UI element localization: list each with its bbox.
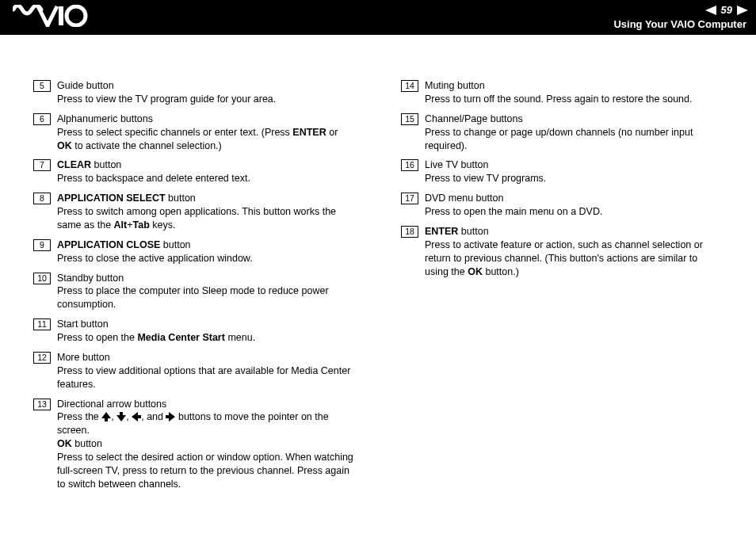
svg-marker-7 bbox=[166, 412, 175, 421]
item-title: Guide button bbox=[57, 79, 355, 93]
list-item: 18ENTER buttonPress to activate feature … bbox=[401, 225, 723, 279]
page-number: 59 bbox=[721, 3, 732, 17]
list-item: 15Channel/Page buttonsPress to change or… bbox=[401, 113, 723, 153]
arrow-down-icon bbox=[116, 411, 126, 422]
list-item: 6Alphanumeric buttonsPress to select spe… bbox=[33, 113, 355, 153]
item-description: Press to select specific channels or ent… bbox=[57, 126, 355, 153]
item-body: CLEAR buttonPress to backspace and delet… bbox=[57, 158, 355, 185]
svg-marker-4 bbox=[101, 412, 111, 421]
list-item: 12More buttonPress to view additional op… bbox=[33, 351, 355, 391]
list-item: 14Muting buttonPress to turn off the sou… bbox=[401, 79, 723, 106]
item-title: Muting button bbox=[425, 79, 723, 93]
list-item: 16Live TV buttonPress to view TV program… bbox=[401, 158, 723, 185]
item-body: Live TV buttonPress to view TV programs. bbox=[425, 158, 723, 185]
item-body: Muting buttonPress to turn off the sound… bbox=[425, 79, 723, 106]
item-number-box: 12 bbox=[33, 352, 51, 364]
item-description: Press to open the Media Center Start men… bbox=[57, 331, 355, 345]
left-column: 5Guide buttonPress to view the TV progra… bbox=[33, 79, 355, 498]
svg-marker-6 bbox=[132, 412, 141, 421]
item-number-box: 11 bbox=[33, 318, 51, 330]
svg-marker-5 bbox=[116, 412, 126, 421]
item-number-box: 10 bbox=[33, 273, 51, 284]
item-number-box: 17 bbox=[401, 193, 418, 204]
item-description: Press to switch among open applications.… bbox=[57, 205, 355, 232]
item-body: Start buttonPress to open the Media Cent… bbox=[57, 318, 355, 345]
item-description: Press to backspace and delete entered te… bbox=[57, 172, 355, 185]
item-body: Guide buttonPress to view the TV program… bbox=[57, 79, 355, 106]
item-description: Press to change or page up/down channels… bbox=[425, 126, 723, 153]
item-title: Alphanumeric buttons bbox=[57, 113, 355, 126]
list-item: 8APPLICATION SELECT buttonPress to switc… bbox=[33, 192, 355, 232]
list-item: 17DVD menu buttonPress to open the main … bbox=[401, 192, 723, 219]
svg-marker-3 bbox=[737, 6, 748, 15]
item-number-box: 7 bbox=[33, 159, 51, 171]
item-title: CLEAR button bbox=[57, 158, 355, 172]
arrow-up-icon bbox=[101, 411, 111, 422]
vaio-logo bbox=[13, 5, 89, 31]
list-item: 13Directional arrow buttonsPress the , ,… bbox=[33, 398, 355, 491]
item-title: DVD menu button bbox=[425, 192, 723, 205]
item-title: Start button bbox=[57, 318, 355, 331]
item-title: Channel/Page buttons bbox=[425, 113, 723, 126]
list-item: 11Start buttonPress to open the Media Ce… bbox=[33, 318, 355, 345]
next-page-icon[interactable] bbox=[737, 6, 748, 15]
item-title: More button bbox=[57, 351, 355, 364]
item-description: Press to view additional options that ar… bbox=[57, 364, 355, 391]
item-description: Press to activate feature or action, suc… bbox=[425, 238, 723, 279]
item-description: Press to view the TV program guide for y… bbox=[57, 93, 355, 106]
list-item: 7CLEAR buttonPress to backspace and dele… bbox=[33, 158, 355, 185]
item-body: Channel/Page buttonsPress to change or p… bbox=[425, 113, 723, 153]
item-number-box: 16 bbox=[401, 159, 418, 171]
item-body: Alphanumeric buttonsPress to select spec… bbox=[57, 113, 355, 153]
item-description: Press to close the active application wi… bbox=[57, 252, 355, 265]
item-number-box: 18 bbox=[401, 226, 418, 238]
item-title: ENTER button bbox=[425, 225, 723, 238]
item-title: Live TV button bbox=[425, 158, 723, 172]
item-number-box: 14 bbox=[401, 80, 418, 92]
item-subtitle: OK button bbox=[57, 437, 355, 451]
prev-page-icon[interactable] bbox=[705, 6, 716, 15]
item-number-box: 13 bbox=[33, 399, 51, 410]
item-description: Press to place the computer into Sleep m… bbox=[57, 284, 355, 311]
item-description: Press to turn off the sound. Press again… bbox=[425, 93, 723, 106]
item-description: Press the , , , and buttons to move the … bbox=[57, 410, 355, 437]
item-body: ENTER buttonPress to activate feature or… bbox=[425, 225, 723, 279]
item-body: Directional arrow buttonsPress the , , ,… bbox=[57, 398, 355, 491]
item-title: Directional arrow buttons bbox=[57, 398, 355, 411]
svg-point-1 bbox=[67, 6, 86, 25]
item-body: APPLICATION SELECT buttonPress to switch… bbox=[57, 192, 355, 232]
item-number-box: 15 bbox=[401, 113, 418, 125]
content-area: 5Guide buttonPress to view the TV progra… bbox=[33, 79, 723, 498]
svg-marker-2 bbox=[705, 6, 716, 15]
item-description: Press to view TV programs. bbox=[425, 172, 723, 185]
arrow-left-icon bbox=[132, 411, 141, 422]
page-controls: 59 bbox=[705, 3, 748, 17]
item-body: More buttonPress to view additional opti… bbox=[57, 351, 355, 391]
item-number-box: 8 bbox=[33, 193, 51, 204]
item-number-box: 5 bbox=[33, 80, 51, 92]
list-item: 10Standby buttonPress to place the compu… bbox=[33, 272, 355, 312]
right-column: 14Muting buttonPress to turn off the sou… bbox=[401, 79, 723, 498]
list-item: 5Guide buttonPress to view the TV progra… bbox=[33, 79, 355, 106]
header-bar: 59 Using Your VAIO Computer bbox=[0, 0, 756, 35]
item-body: Standby buttonPress to place the compute… bbox=[57, 272, 355, 312]
svg-rect-0 bbox=[59, 6, 63, 25]
item-title: APPLICATION SELECT button bbox=[57, 192, 355, 205]
list-item: 9APPLICATION CLOSE buttonPress to close … bbox=[33, 238, 355, 265]
item-subdescription: Press to select the desired action or wi… bbox=[57, 451, 355, 491]
item-title: APPLICATION CLOSE button bbox=[57, 238, 355, 252]
item-body: APPLICATION CLOSE buttonPress to close t… bbox=[57, 238, 355, 265]
item-body: DVD menu buttonPress to open the main me… bbox=[425, 192, 723, 219]
item-number-box: 6 bbox=[33, 113, 51, 125]
item-description: Press to open the main menu on a DVD. bbox=[425, 205, 723, 219]
item-number-box: 9 bbox=[33, 239, 51, 251]
item-title: Standby button bbox=[57, 272, 355, 285]
section-title: Using Your VAIO Computer bbox=[613, 17, 746, 32]
arrow-right-icon bbox=[166, 411, 175, 422]
